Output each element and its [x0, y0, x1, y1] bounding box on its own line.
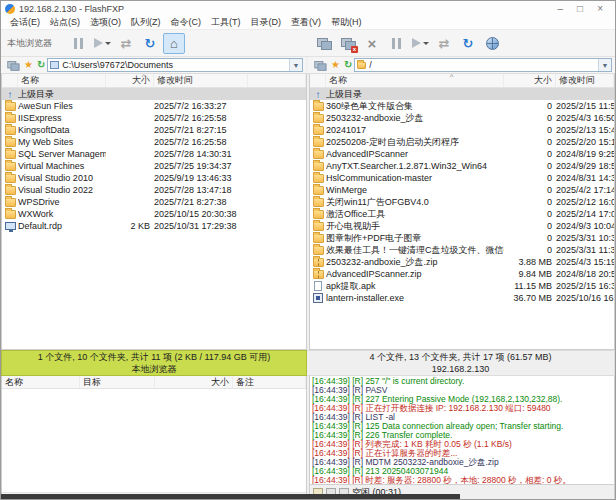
file-date: 2025/2/15 16:37 — [556, 281, 614, 291]
menu-item[interactable]: 帮助(H) — [326, 16, 367, 29]
file-row[interactable]: AdvancedIPScanner02024/8/19 9:25:0 — [310, 148, 614, 160]
file-row[interactable]: Visual Studio 20222025/7/28 13:47:18 — [2, 184, 306, 196]
folder-icon — [310, 198, 326, 207]
file-row[interactable]: lantern-installer.exe36.70 MB2025/10/16 … — [310, 292, 614, 304]
connect-button[interactable] — [313, 33, 335, 54]
file-row[interactable]: 2503232-andboxie_沙盘.zip3.88 MB2025/4/3 1… — [310, 256, 614, 268]
file-date: 2025/2/13 15:45 — [556, 125, 614, 135]
go-folder-icon[interactable]: ↻ — [344, 60, 352, 70]
file-row[interactable]: 360绿色单文件版合集02025/2/15 11:54 — [310, 100, 614, 112]
queue-column-size[interactable]: 大小 — [155, 376, 233, 388]
menu-item[interactable]: 工具(T) — [206, 16, 246, 29]
file-row[interactable]: IISExpress2025/7/2 16:25:58 — [2, 112, 306, 124]
file-name: 20241017 — [326, 125, 504, 135]
file-size: 3.88 MB — [504, 257, 556, 267]
file-row[interactable]: Visual Studio 20102025/9/19 13:46:33 — [2, 172, 306, 184]
local-path-combobox[interactable]: C:\Users\97672\Documents ▼ — [47, 58, 303, 72]
remote-path-combobox[interactable]: / ▼ — [354, 58, 612, 72]
file-row[interactable]: Default.rdp2 KB2025/10/31 17:29:38 — [2, 220, 306, 232]
file-date: 2025/7/2 16:33:27 — [154, 101, 248, 111]
menu-item[interactable]: 队列(Z) — [126, 16, 166, 29]
favorites-star-icon[interactable]: ★ — [331, 60, 340, 70]
file-row[interactable]: AdvancedIPScanner.zip9.84 MB2024/8/18 20… — [310, 268, 614, 280]
menu-item[interactable]: 查看(V) — [286, 16, 326, 29]
queue-column-remark[interactable]: 备注 — [233, 376, 306, 388]
remote-browser-icon[interactable] — [314, 61, 325, 70]
file-size: 0 — [504, 125, 556, 135]
file-row[interactable]: WinMerge02025/4/2 17:14:0 — [310, 184, 614, 196]
file-row[interactable]: Virtual Machines2025/7/25 19:34:37 — [2, 160, 306, 172]
site-manager-button[interactable] — [481, 33, 503, 54]
local-browser-icon[interactable] — [7, 61, 18, 70]
file-row[interactable]: 图章制作+PDF电子图章02025/3/31 10:30 — [310, 232, 614, 244]
column-header-size[interactable]: 大小 — [106, 74, 154, 87]
file-row[interactable]: apk提取.apk11.15 MB2025/2/15 16:37 — [310, 280, 614, 292]
file-row[interactable]: AnyTXT.Searcher.1.2.871.Win32_Win6402024… — [310, 160, 614, 172]
menu-item[interactable]: 目录(D) — [246, 16, 287, 29]
column-header-date[interactable]: 修改时间 — [154, 74, 248, 87]
log-line: [16:44:39] [R] 125 Data connection alrea… — [312, 422, 612, 431]
go-folder-icon[interactable]: ↻ — [37, 60, 45, 70]
file-row[interactable]: WXWork2025/10/15 20:30:38 — [2, 208, 306, 220]
file-row[interactable]: 2024101702025/2/13 15:45 — [310, 124, 614, 136]
menu-item[interactable]: 会话(E) — [5, 16, 45, 29]
remote-transfer-button[interactable]: ⇄ — [433, 33, 455, 54]
remote-status-bar: 4 个文件, 13 个文件夹, 共计 17 项 (61.57 MB) 192.1… — [307, 350, 615, 376]
chevron-down-icon[interactable]: ▼ — [289, 59, 302, 71]
refresh-local-button[interactable]: ↻ — [139, 33, 161, 54]
file-name: Visual Studio 2010 — [18, 173, 106, 183]
local-list-body: ↑ 上级目录 AweSun Files2025/7/2 16:33:27IISE… — [2, 88, 306, 349]
file-row[interactable]: WPSDrive2025/7/21 8:27:38 — [2, 196, 306, 208]
file-date: 2025/10/31 17:29:38 — [154, 221, 248, 231]
file-icon — [310, 281, 326, 291]
file-row[interactable]: 激活Office工具02025/2/14 17:04 — [310, 208, 614, 220]
pause-button[interactable] — [67, 33, 89, 54]
file-row[interactable]: KingsoftData2025/7/21 8:27:15 — [2, 124, 306, 136]
file-row[interactable]: SQL Server Management Studio2025/7/28 14… — [2, 148, 306, 160]
refresh-remote-button[interactable]: ↻ — [457, 33, 479, 54]
home-button[interactable]: ⌂ — [163, 33, 185, 54]
transfer-mode-button[interactable]: ⇄ — [115, 33, 137, 54]
disconnect-button[interactable]: x — [337, 33, 359, 54]
queue-column-name[interactable]: 名称 — [2, 376, 80, 388]
file-size: 0 — [504, 173, 556, 183]
menu-item[interactable]: 命令(C) — [166, 16, 207, 29]
file-name: Visual Studio 2022 — [18, 185, 106, 195]
remote-start-button[interactable] — [409, 33, 431, 54]
file-row[interactable]: 2503232-andboxie_沙盘02025/4/3 16:50:0 — [310, 112, 614, 124]
start-transfer-button[interactable] — [91, 33, 113, 54]
file-row[interactable]: 开心电视助手02024/9/3 10:04:0 — [310, 220, 614, 232]
maximize-button[interactable]: □ — [577, 4, 583, 14]
chevron-down-icon[interactable]: ▼ — [598, 59, 611, 71]
folder-icon-shape — [5, 138, 16, 147]
file-row[interactable]: 关闭win11广告OFGBV4.002025/2/12 16:02 — [310, 196, 614, 208]
title-bar: 192.168.2.130 - FlashFXP – □ × — [1, 1, 615, 16]
remote-pause-button[interactable] — [385, 33, 407, 54]
abort-button[interactable]: × — [361, 33, 383, 54]
favorites-star-icon[interactable]: ★ — [24, 60, 33, 70]
parent-directory-row[interactable]: ↑ 上级目录 — [310, 88, 614, 100]
file-row[interactable]: HslCommunication-master02024/8/31 14:37 — [310, 172, 614, 184]
file-row[interactable]: 效果最佳工具！一键清理C盘垃圾文件、微信QQ缓存文件，免费好用，免安装版本020… — [310, 244, 614, 256]
local-status-label: 本地浏览器 — [132, 363, 177, 375]
column-header-name[interactable]: 名称 — [326, 74, 504, 87]
minimize-button[interactable]: – — [558, 4, 564, 14]
file-row[interactable]: AweSun Files2025/7/2 16:33:27 — [2, 100, 306, 112]
rdp-icon-shape — [5, 222, 16, 230]
column-header-size[interactable]: 大小 — [504, 74, 556, 87]
log-line: [16:44:39] [R] 226 Transfer complete. — [312, 431, 612, 440]
file-size: 0 — [504, 197, 556, 207]
menu-item[interactable]: 站点(S) — [45, 16, 85, 29]
local-browser-selector[interactable]: 本地浏览器 — [7, 37, 52, 50]
close-button[interactable]: × — [597, 4, 603, 14]
parent-directory-row[interactable]: ↑ 上级目录 — [2, 88, 306, 100]
column-header-name[interactable]: 名称 — [18, 74, 106, 87]
folder-icon-shape — [5, 186, 16, 195]
file-row[interactable]: 20250208-定时自动启动关闭程序02025/2/20 15:17 — [310, 136, 614, 148]
queue-body — [2, 389, 306, 492]
menu-item[interactable]: 选项(O) — [85, 16, 126, 29]
column-header-date[interactable]: 修改时间 — [556, 74, 614, 87]
file-name: WinMerge — [326, 185, 504, 195]
file-row[interactable]: My Web Sites2025/7/2 16:25:58 — [2, 136, 306, 148]
queue-column-target[interactable]: 目标 — [80, 376, 155, 388]
